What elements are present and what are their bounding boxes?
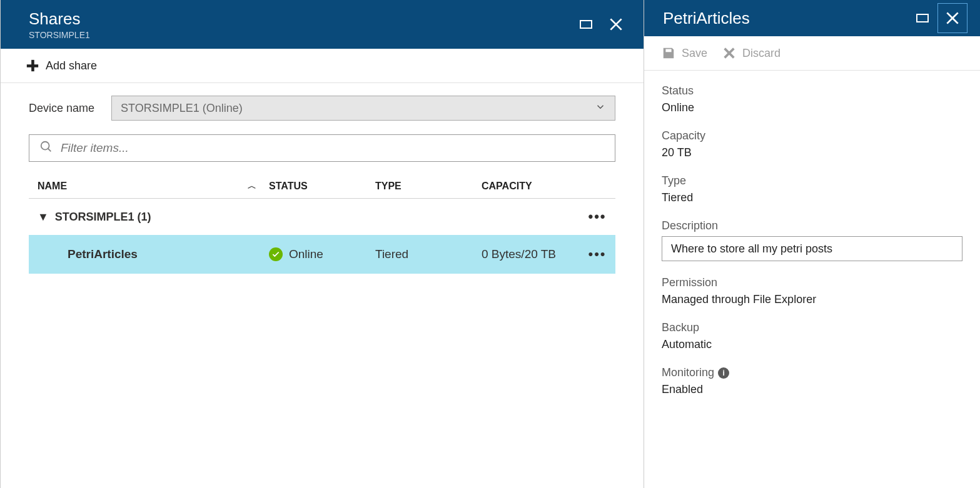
monitoring-label-row: Monitoring i (662, 366, 962, 379)
group-row[interactable]: ▼ STORSIMPLE1 (1) ••• (29, 199, 615, 235)
type-value: Tiered (662, 191, 962, 204)
sort-asc-icon: ︿ (248, 181, 269, 192)
device-select-value: STORSIMPLE1 (Online) (121, 102, 243, 115)
save-button[interactable]: Save (662, 46, 707, 60)
description-field[interactable] (662, 236, 962, 261)
details-title: PetriArticles (663, 9, 750, 28)
monitoring-label: Monitoring (662, 366, 714, 379)
more-icon[interactable]: ••• (588, 246, 607, 262)
details-blade: PetriArticles Save Discard Status Online… (644, 0, 980, 488)
device-name-label: Device name (29, 102, 103, 115)
device-select[interactable]: STORSIMPLE1 (Online) (111, 96, 615, 121)
device-row: Device name STORSIMPLE1 (Online) (29, 96, 615, 121)
add-share-label: Add share (46, 59, 97, 72)
monitoring-value: Enabled (662, 383, 962, 396)
details-toolbar: Save Discard (644, 36, 980, 71)
column-status[interactable]: STATUS (269, 181, 375, 192)
backup-value: Automatic (662, 338, 962, 351)
description-label: Description (662, 219, 962, 232)
discard-button[interactable]: Discard (722, 46, 780, 60)
shares-subtitle: STORSIMPLE1 (29, 30, 90, 40)
restore-icon[interactable] (907, 3, 937, 33)
shares-blade: Shares STORSIMPLE1 Add share Device name… (0, 0, 644, 488)
filter-box[interactable] (29, 134, 615, 162)
shares-title-block: Shares STORSIMPLE1 (29, 9, 90, 40)
row-status-text: Online (289, 247, 323, 261)
row-capacity: 0 Bytes/20 TB ••• (482, 246, 607, 262)
column-capacity[interactable]: CAPACITY (482, 181, 607, 192)
row-type: Tiered (375, 247, 482, 261)
info-icon[interactable]: i (718, 367, 729, 379)
details-header: PetriArticles (644, 0, 980, 36)
capacity-value: 20 TB (662, 146, 962, 159)
shares-content: Device name STORSIMPLE1 (Online) NAME ︿ … (1, 83, 644, 286)
table-header: NAME ︿ STATUS TYPE CAPACITY (29, 174, 615, 199)
svg-point-5 (41, 142, 49, 150)
save-label: Save (682, 47, 707, 60)
discard-label: Discard (742, 47, 780, 60)
details-header-actions (907, 3, 967, 33)
shares-title: Shares (29, 9, 90, 29)
shares-toolbar: Add share (1, 49, 644, 83)
type-label: Type (662, 174, 962, 187)
chevron-down-icon (595, 101, 606, 116)
close-icon[interactable] (601, 9, 631, 39)
close-icon[interactable] (937, 3, 967, 33)
group-label: STORSIMPLE1 (1) (55, 211, 151, 224)
add-share-button[interactable]: Add share (26, 59, 97, 72)
permission-value: Managed through File Explorer (662, 293, 962, 306)
status-label: Status (662, 84, 962, 97)
caret-down-icon: ▼ (38, 211, 49, 224)
details-content: Status Online Capacity 20 TB Type Tiered… (644, 71, 980, 425)
backup-label: Backup (662, 321, 962, 334)
restore-icon[interactable] (571, 9, 601, 39)
permission-label: Permission (662, 276, 962, 289)
column-type[interactable]: TYPE (375, 181, 482, 192)
row-status: Online (269, 247, 375, 261)
search-icon (39, 140, 53, 156)
shares-header-actions (571, 9, 631, 39)
svg-rect-4 (27, 64, 38, 67)
table-row[interactable]: PetriArticles Online Tiered 0 Bytes/20 T… (29, 235, 615, 274)
svg-rect-0 (580, 21, 592, 28)
filter-input[interactable] (61, 141, 605, 155)
check-icon (269, 247, 283, 261)
status-value: Online (662, 101, 962, 114)
svg-line-6 (48, 149, 51, 152)
column-name[interactable]: NAME ︿ (38, 181, 269, 192)
svg-rect-7 (917, 14, 928, 22)
more-icon[interactable]: ••• (588, 209, 607, 225)
capacity-label: Capacity (662, 129, 962, 142)
shares-header: Shares STORSIMPLE1 (1, 0, 644, 49)
group-label-block: ▼ STORSIMPLE1 (1) (38, 211, 151, 224)
row-name: PetriArticles (38, 247, 269, 261)
